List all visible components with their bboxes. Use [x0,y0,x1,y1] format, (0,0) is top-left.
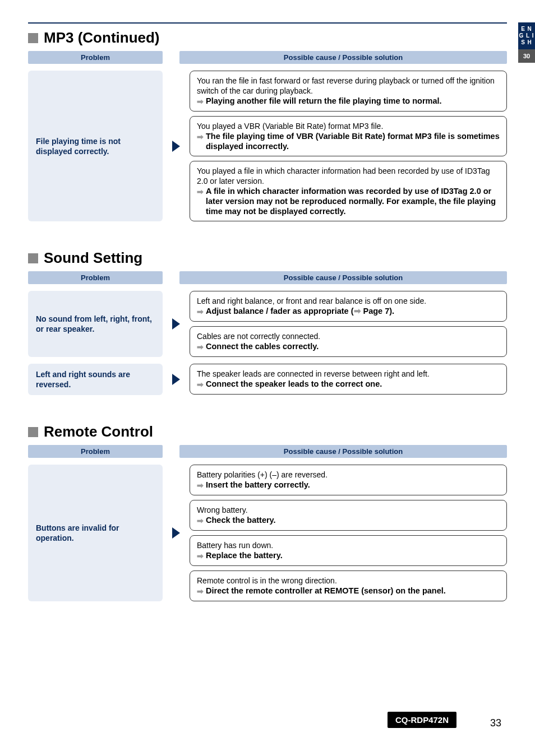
solution-header: Possible cause / Possible solution [179,445,507,458]
troubleshooting-row: File playing time is not displayed corre… [28,71,507,221]
solution-action-row: ➡Insert the battery correctly. [197,480,500,490]
solution-cause: Wrong battery. [197,505,500,515]
problem-box: Buttons are invalid for operation. [28,465,163,601]
column-headers: ProblemPossible cause / Possible solutio… [28,271,507,284]
troubleshooting-row: Left and right sounds are reversed.The s… [28,364,507,395]
solution-cause: Battery has run down. [197,540,500,550]
problem-text: File playing time is not displayed corre… [36,136,155,156]
solution-action-row: ➡Check the battery. [197,515,500,526]
arrow-column [170,71,182,221]
section-title: Sound Setting [44,249,142,267]
solution-action: Replace the battery. [206,550,283,560]
solution-box: Remote control is in the wrong direction… [190,571,507,601]
solution-action: Check the battery. [206,515,276,525]
triangle-right-icon [172,141,180,152]
section-title-row: Remote Control [28,423,507,440]
section-title: MP3 (Continued) [44,29,160,47]
column-headers: ProblemPossible cause / Possible solutio… [28,445,507,458]
action-arrow-icon: ➡ [197,96,204,106]
section-title: Remote Control [44,423,153,440]
solution-box: The speaker leads are connected in rever… [190,364,507,395]
action-arrow-icon: ➡ [197,515,204,526]
section-title-row: MP3 (Continued) [28,29,507,47]
solution-header: Possible cause / Possible solution [179,271,507,284]
solutions-column: The speaker leads are connected in rever… [190,364,507,395]
solution-action: Playing another file will return the fil… [206,96,442,106]
solution-header: Possible cause / Possible solution [179,51,507,64]
problem-text: No sound from left, right, front, or rea… [36,314,155,334]
solution-box: Cables are not correctly connected.➡Conn… [190,326,507,357]
action-arrow-icon: ➡ [197,550,204,561]
solution-box: Wrong battery.➡Check the battery. [190,500,507,531]
solution-cause: You played a file in which character inf… [197,166,500,186]
solution-action-row: ➡The file playing time of VBR (Variable … [197,131,500,151]
solution-action-row: ➡Replace the battery. [197,550,500,561]
language-side-tab: E N G L I S H 30 [518,22,535,63]
section-title-row: Sound Setting [28,249,507,267]
solution-action-row: ➡Connect the cables correctly. [197,341,500,352]
solution-cause: Left and right balance, or front and rea… [197,296,500,306]
solution-action-row: ➡Direct the remote controller at REMOTE … [197,586,500,596]
solution-box: Left and right balance, or front and rea… [190,291,507,322]
column-headers: ProblemPossible cause / Possible solutio… [28,51,507,64]
problem-box: Left and right sounds are reversed. [28,364,163,395]
section-bullet-icon [28,33,38,43]
troubleshooting-row: No sound from left, right, front, or rea… [28,291,507,357]
problem-box: No sound from left, right, front, or rea… [28,291,163,357]
section-number-label: 30 [518,49,535,63]
action-arrow-icon: ➡ [197,586,204,596]
solution-action: Direct the remote controller at REMOTE (… [206,586,446,596]
solution-box: Battery polarities (+) (–) are reversed.… [190,465,507,495]
solution-action: A file in which character information wa… [206,186,500,216]
problem-header: Problem [28,271,163,284]
model-number-badge: CQ-RDP472N [388,712,456,728]
solution-cause: Remote control is in the wrong direction… [197,576,500,586]
solution-box: You ran the file in fast forward or fast… [190,71,507,112]
solutions-column: Battery polarities (+) (–) are reversed.… [190,465,507,601]
problem-text: Left and right sounds are reversed. [36,369,155,389]
language-label: E N G L I S H [518,22,535,49]
problem-text: Buttons are invalid for operation. [36,523,155,543]
solutions-column: Left and right balance, or front and rea… [190,291,507,357]
solution-action-row: ➡Adjust balance / fader as appropriate (… [197,306,500,317]
solution-cause: You ran the file in fast forward or fast… [197,76,500,96]
page-ref-arrow-icon: ➡ [354,307,361,316]
solution-box: You played a VBR (Variable Bit Rate) for… [190,116,507,156]
solution-action-row: ➡Connect the speaker leads to the correc… [197,379,500,389]
page-number: 33 [490,717,501,729]
solution-box: You played a file in which character inf… [190,161,507,221]
solution-cause: Battery polarities (+) (–) are reversed. [197,470,500,480]
triangle-right-icon [172,374,180,385]
solution-cause: You played a VBR (Variable Bit Rate) for… [197,121,500,131]
troubleshooting-section: MP3 (Continued)ProblemPossible cause / P… [28,29,507,221]
arrow-column [170,364,182,395]
solution-box: Battery has run down.➡Replace the batter… [190,535,507,566]
action-arrow-icon: ➡ [197,306,204,317]
action-arrow-icon: ➡ [197,341,204,352]
solution-action: Insert the battery correctly. [206,480,310,490]
solution-action: Adjust balance / fader as appropriate (➡… [206,306,394,316]
section-bullet-icon [28,427,38,437]
arrow-column [170,291,182,357]
troubleshooting-section: Remote ControlProblemPossible cause / Po… [28,423,507,601]
triangle-right-icon [172,527,180,539]
solution-action: Connect the cables correctly. [206,341,319,351]
arrow-column [170,465,182,601]
troubleshooting-section: Sound SettingProblemPossible cause / Pos… [28,249,507,395]
problem-header: Problem [28,445,163,458]
section-bullet-icon [28,253,38,263]
troubleshooting-row: Buttons are invalid for operation.Batter… [28,465,507,601]
solutions-column: You ran the file in fast forward or fast… [190,71,507,221]
triangle-right-icon [172,318,180,330]
action-arrow-icon: ➡ [197,131,204,142]
action-arrow-icon: ➡ [197,480,204,490]
problem-header: Problem [28,51,163,64]
problem-box: File playing time is not displayed corre… [28,71,163,221]
top-rule [28,22,507,24]
solution-cause: The speaker leads are connected in rever… [197,369,500,379]
solution-action: Connect the speaker leads to the correct… [206,379,382,389]
solution-action-row: ➡Playing another file will return the fi… [197,96,500,106]
solution-cause: Cables are not correctly connected. [197,331,500,341]
solution-action: The file playing time of VBR (Variable B… [206,131,500,151]
solution-action-row: ➡A file in which character information w… [197,186,500,216]
